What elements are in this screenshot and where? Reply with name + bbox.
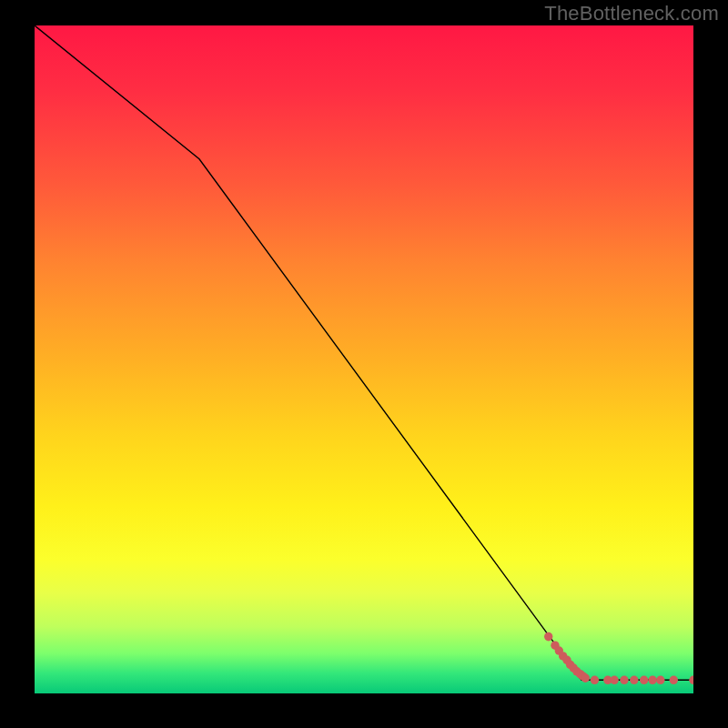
marker-dot xyxy=(620,676,628,685)
marker-dot xyxy=(640,676,648,685)
marker-dot xyxy=(610,676,618,685)
marker-dot xyxy=(591,676,599,685)
chart-overlay xyxy=(35,25,693,693)
watermark-text: TheBottleneck.com xyxy=(544,2,719,25)
marker-dot xyxy=(656,676,664,685)
chart-container: TheBottleneck.com xyxy=(0,0,728,728)
curve-line xyxy=(35,25,693,680)
marker-dot xyxy=(581,673,590,682)
marker-dot xyxy=(648,676,656,685)
marker-dot xyxy=(689,676,693,685)
markers-group xyxy=(544,632,693,684)
marker-dot xyxy=(670,676,678,685)
marker-dot xyxy=(544,632,552,642)
plot-area xyxy=(35,25,693,693)
marker-dot xyxy=(630,676,638,685)
